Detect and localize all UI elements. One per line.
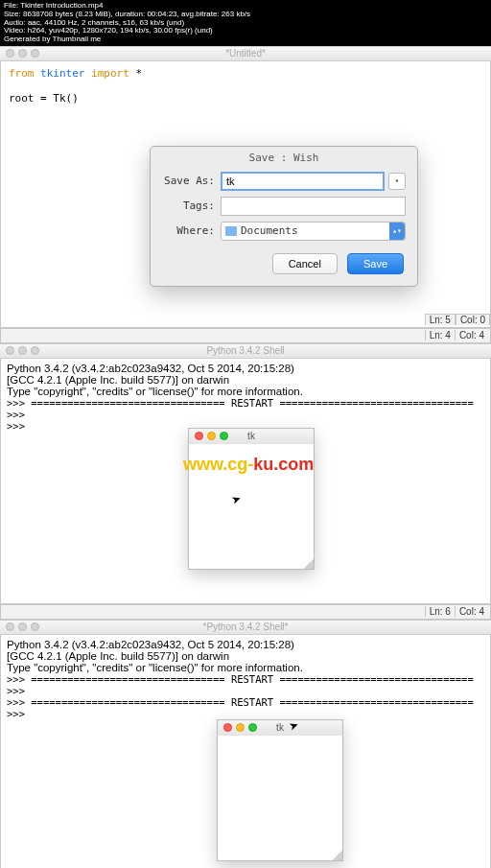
shell-line: >>> ================================ RES… (7, 397, 484, 409)
shell2-title: *Python 3.4.2 Shell* (0, 622, 491, 632)
cancel-button[interactable]: Cancel (272, 253, 338, 274)
where-value: Documents (241, 224, 298, 237)
status-ln: Ln: 5 (425, 314, 456, 325)
meta-line: Generated by Thumbnail me (4, 35, 487, 44)
tk-titlebar[interactable]: tk (218, 720, 342, 736)
save-dialog: Save : Wish Save As: ▾ Tags: Where: Docu… (150, 146, 418, 287)
resize-handle-icon[interactable] (333, 851, 342, 860)
shell-prompt: >>> (7, 685, 484, 696)
shell2-titlebar: *Python 3.4.2 Shell* (0, 620, 491, 635)
shell-prompt: >>> (7, 708, 484, 719)
expand-dialog-icon[interactable]: ▾ (388, 173, 406, 190)
editor-statusbar: Ln: 5 Col: 0 Ln: 4 Col: 4 (0, 328, 491, 343)
tk-title: tk (218, 722, 342, 733)
editor-title: *Untitled* (0, 48, 491, 59)
shell-line: Python 3.4.2 (v3.4.2:ab2c023a9432, Oct 5… (7, 363, 484, 374)
shell1-statusbar: Ln: 6 Col: 4 (0, 604, 491, 620)
tk-window[interactable]: tk (217, 719, 343, 861)
saveas-label: Save As: (162, 175, 215, 187)
tk-window[interactable]: tk (188, 428, 315, 570)
code-editor[interactable]: from tkinter import * root = Tk() Save :… (0, 61, 491, 328)
shell-prompt: >>> (7, 409, 484, 420)
shell1-body[interactable]: Python 3.4.2 (v3.4.2:ab2c023a9432, Oct 5… (0, 359, 491, 604)
dialog-title: Save : Wish (151, 147, 417, 169)
shell-line: [GCC 4.2.1 (Apple Inc. build 5577)] on d… (7, 374, 484, 386)
shell-line: >>> ================================ RES… (7, 696, 484, 708)
saveas-input[interactable] (221, 172, 385, 191)
save-button[interactable]: Save (347, 253, 404, 274)
shell2-body[interactable]: Python 3.4.2 (v3.4.2:ab2c023a9432, Oct 5… (0, 635, 491, 868)
status-ln: Ln: 4 (425, 330, 455, 340)
dropdown-arrow-icon[interactable]: ▴▾ (389, 223, 405, 240)
where-dropdown[interactable]: Documents ▴▾ (221, 222, 406, 241)
shell-line: Type "copyright", "credits" or "license(… (7, 386, 484, 397)
video-metadata-header: File: Tkinter Introduction.mp4 Size: 863… (0, 0, 491, 46)
tk-body (189, 444, 314, 569)
shell1-title: Python 3.4.2 Shell (0, 345, 491, 356)
shell-line: >>> ================================ RES… (7, 673, 484, 685)
shell1-titlebar: Python 3.4.2 Shell (0, 343, 491, 359)
code-line: root = Tk() (9, 92, 482, 105)
shell-line: [GCC 4.2.1 (Apple Inc. build 5577)] on d… (7, 650, 484, 662)
status-col: Col: 4 (455, 606, 488, 617)
tk-titlebar[interactable]: tk (189, 429, 314, 444)
status-ln: Ln: 6 (425, 606, 455, 617)
status-col: Col: 4 (455, 330, 488, 340)
tags-input[interactable] (221, 197, 406, 216)
resize-handle-icon[interactable] (304, 559, 314, 569)
code-line (9, 80, 482, 92)
tags-label: Tags: (162, 199, 215, 212)
where-label: Where: (162, 224, 215, 237)
status-col: Col: 0 (456, 314, 490, 325)
shell-line: Python 3.4.2 (v3.4.2:ab2c023a9432, Oct 5… (7, 639, 484, 650)
code-line: from tkinter import * (9, 67, 482, 80)
tk-body (218, 736, 342, 860)
shell-line: Type "copyright", "credits" or "license(… (7, 662, 484, 673)
editor-titlebar: *Untitled* (0, 46, 491, 61)
folder-icon (225, 226, 237, 236)
tk-title: tk (189, 431, 314, 441)
